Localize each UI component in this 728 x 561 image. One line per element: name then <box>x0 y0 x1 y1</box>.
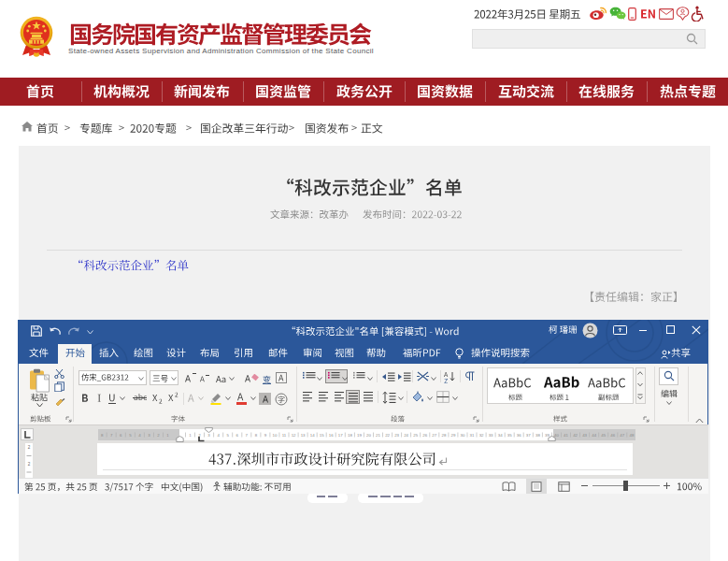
svg-text:33: 33 <box>489 433 493 438</box>
svg-text:29: 29 <box>450 433 455 438</box>
svg-text:6: 6 <box>236 433 239 438</box>
svg-text:11: 11 <box>282 433 287 438</box>
svg-text:1: 1 <box>166 433 169 438</box>
svg-text:10: 10 <box>272 433 277 438</box>
svg-text:22: 22 <box>385 433 390 438</box>
svg-text:23: 23 <box>394 433 399 438</box>
svg-text:32: 32 <box>479 433 484 438</box>
svg-text:35: 35 <box>507 433 512 438</box>
svg-text:45: 45 <box>601 433 606 438</box>
svg-text:27: 27 <box>432 433 436 438</box>
svg-text:36: 36 <box>517 433 521 438</box>
svg-text:43: 43 <box>582 433 587 438</box>
svg-text:5: 5 <box>226 433 229 438</box>
svg-text:9: 9 <box>264 433 267 438</box>
svg-text:41: 41 <box>564 433 568 438</box>
svg-text:48: 48 <box>629 433 634 438</box>
svg-text:2: 2 <box>28 445 31 450</box>
svg-text:8: 8 <box>101 433 104 438</box>
svg-text:34: 34 <box>498 433 503 438</box>
svg-text:42: 42 <box>573 433 578 438</box>
svg-text:37: 37 <box>526 433 531 438</box>
svg-text:20: 20 <box>366 433 371 438</box>
svg-text:12: 12 <box>292 433 296 438</box>
svg-text:6: 6 <box>120 433 122 438</box>
svg-text:16: 16 <box>329 433 334 438</box>
svg-text:3: 3 <box>148 433 150 438</box>
svg-text:4: 4 <box>138 433 141 438</box>
svg-text:7: 7 <box>110 433 113 438</box>
svg-text:24: 24 <box>404 433 408 438</box>
svg-text:19: 19 <box>357 433 362 438</box>
svg-text:7: 7 <box>246 433 249 438</box>
svg-text:38: 38 <box>535 433 540 438</box>
svg-text:1: 1 <box>189 433 192 438</box>
svg-text:25: 25 <box>413 433 418 438</box>
svg-text:2: 2 <box>157 433 160 438</box>
svg-text:46: 46 <box>610 433 615 438</box>
svg-text:18: 18 <box>348 433 352 438</box>
svg-text:28: 28 <box>441 433 446 438</box>
svg-text:15: 15 <box>320 433 324 438</box>
svg-text:5: 5 <box>129 433 132 438</box>
svg-text:26: 26 <box>422 433 427 438</box>
svg-text:2: 2 <box>28 462 31 467</box>
svg-text:21: 21 <box>376 433 380 438</box>
svg-text:14: 14 <box>310 433 315 438</box>
svg-text:4: 4 <box>217 433 220 438</box>
svg-text:44: 44 <box>592 433 596 438</box>
svg-text:3: 3 <box>207 433 210 438</box>
svg-text:47: 47 <box>620 433 624 438</box>
svg-text:30: 30 <box>461 433 465 438</box>
svg-text:13: 13 <box>301 433 306 438</box>
svg-text:8: 8 <box>255 433 258 438</box>
svg-text:17: 17 <box>338 433 343 438</box>
svg-text:31: 31 <box>470 433 475 438</box>
